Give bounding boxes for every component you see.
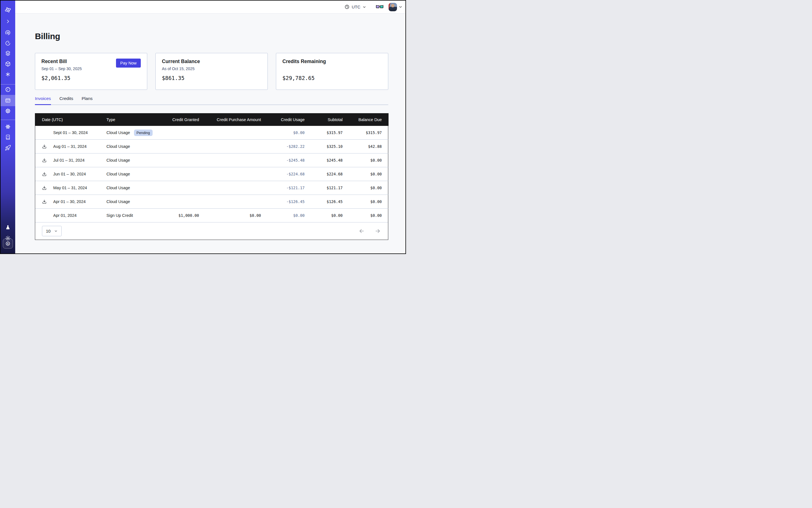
invoice-type: Cloud Usage xyxy=(106,185,130,190)
invoice-type: Cloud Usage xyxy=(106,130,130,135)
billing-page: Billing Recent Bill Sep 01 – Sep 30, 202… xyxy=(15,13,405,253)
card-subtitle xyxy=(283,67,382,72)
balance-due-value: $42.88 xyxy=(345,140,389,154)
credit-purchase-amount-value xyxy=(201,140,263,154)
asterisk-icon[interactable] xyxy=(1,69,15,80)
gauge-icon[interactable] xyxy=(1,84,15,95)
current-balance-card: Current Balance As of Oct 15, 2025 $861.… xyxy=(156,53,268,90)
orbit-logo-icon[interactable] xyxy=(1,4,15,15)
layers-icon[interactable] xyxy=(1,48,15,59)
balance-due-value: $0.00 xyxy=(345,167,389,181)
invoice-period: Jul 01 – 31, 2024 xyxy=(53,158,84,163)
invoice-period: Aug 01 – 31, 2024 xyxy=(53,144,87,149)
recent-bill-amount: $2,061.35 xyxy=(41,75,141,81)
timer-icon[interactable] xyxy=(1,37,15,49)
subtotal-value: $325.10 xyxy=(307,140,345,154)
table-row: Apr 01, 2024 Sign Up Credit $1,000.00 $0… xyxy=(35,209,389,222)
chevron-down-icon xyxy=(398,5,402,9)
subtotal-value: $126.45 xyxy=(307,195,345,209)
download-invoice-button[interactable] xyxy=(42,144,52,149)
tab-credits[interactable]: Credits xyxy=(59,96,73,105)
col-type: Type xyxy=(103,113,159,126)
download-invoice-button[interactable] xyxy=(42,158,52,163)
summary-cards: Recent Bill Sep 01 – Sep 30, 2025 $2,061… xyxy=(35,53,388,90)
sidebar-divider xyxy=(1,120,15,120)
billing-tabs: Invoices Credits Plans xyxy=(35,96,388,105)
invoices-table: Date (UTC) Type Credit Granted Credit Pu… xyxy=(35,113,388,240)
table-row: Sept 01 – 30, 2024 Cloud Usage Pending $… xyxy=(35,126,389,140)
col-credit-usage: Credit Usage xyxy=(263,113,307,126)
next-page-button[interactable] xyxy=(375,228,381,234)
sidebar: $ xyxy=(1,1,15,253)
tab-invoices[interactable]: Invoices xyxy=(35,96,51,105)
credits-remaining-amount: $29,782.65 xyxy=(283,75,382,81)
gear-icon[interactable] xyxy=(1,105,15,117)
invoice-table-body: Sept 01 – 30, 2024 Cloud Usage Pending $… xyxy=(35,126,389,222)
table-row: Apr 01 – 30, 2024 Cloud Usage -$126.45 $… xyxy=(35,195,389,209)
download-invoice-button[interactable] xyxy=(42,171,52,177)
credit-usage-value: -$121.17 xyxy=(263,181,307,195)
pay-now-button[interactable]: Pay Now xyxy=(116,58,141,68)
balance-due-value: $0.00 xyxy=(345,181,389,195)
table-row: Jun 01 – 30, 2024 Cloud Usage -$224.68 $… xyxy=(35,167,389,181)
col-date: Date (UTC) xyxy=(35,113,103,126)
col-subtotal: Subtotal xyxy=(307,113,345,126)
credit-granted-value xyxy=(159,154,201,167)
chevron-down-icon xyxy=(362,5,366,9)
subtotal-value: $0.00 xyxy=(307,209,345,222)
credits-button[interactable]: $ xyxy=(1,238,15,249)
credit-usage-value: -$245.48 xyxy=(263,154,307,167)
dollar-badge-icon: $ xyxy=(3,239,13,249)
invoice-type: Cloud Usage xyxy=(106,144,130,149)
spiral-eye-icon[interactable] xyxy=(1,27,15,38)
credits-remaining-card: Credits Remaining $29,782.65 xyxy=(276,53,388,90)
invoice-period: Jun 01 – 30, 2024 xyxy=(53,172,86,176)
helm-icon[interactable] xyxy=(1,121,15,132)
credit-usage-value: $0.00 xyxy=(263,209,307,222)
page-size-value: 10 xyxy=(46,229,51,234)
card-subtitle: As of Oct 15, 2025 xyxy=(162,67,261,72)
col-credit-purchase-amount: Credit Purchase Amount xyxy=(201,113,263,126)
subtotal-value: $121.17 xyxy=(307,181,345,195)
download-invoice-button[interactable] xyxy=(42,185,52,190)
balance-due-value: $0.00 xyxy=(345,209,389,222)
credit-purchase-amount-value xyxy=(201,167,263,181)
app-window: $ UTC xyxy=(1,1,405,253)
credit-purchase-amount-value xyxy=(201,126,263,140)
credit-usage-value: $0.00 xyxy=(263,126,307,140)
balance-due-value: $0.00 xyxy=(345,195,389,209)
invoice-period: Sept 01 – 30, 2024 xyxy=(53,130,88,135)
status-badge: Pending xyxy=(134,130,153,136)
subtotal-value: $245.48 xyxy=(307,154,345,167)
glasses-icon[interactable] xyxy=(376,4,383,9)
invoice-type: Cloud Usage xyxy=(106,158,130,163)
page-title: Billing xyxy=(35,31,405,42)
clock-icon xyxy=(344,4,350,9)
billing-card-icon[interactable] xyxy=(1,95,15,106)
page-size-select[interactable]: 10 xyxy=(42,226,62,236)
account-menu[interactable] xyxy=(389,3,402,11)
balance-due-value: $0.00 xyxy=(345,154,389,167)
card-title: Credits Remaining xyxy=(283,58,382,65)
avatar xyxy=(389,3,397,11)
credit-purchase-amount-value: $0.00 xyxy=(201,209,263,222)
rocket-icon[interactable] xyxy=(1,142,15,154)
tab-plans[interactable]: Plans xyxy=(82,96,93,105)
credit-purchase-amount-value xyxy=(201,195,263,209)
chevron-right-icon[interactable] xyxy=(1,16,15,27)
credit-usage-value: -$282.22 xyxy=(263,140,307,154)
book-sparkle-icon[interactable] xyxy=(1,131,15,143)
invoice-type: Cloud Usage xyxy=(106,172,130,176)
flask-icon[interactable] xyxy=(1,222,15,233)
timezone-selector[interactable]: UTC xyxy=(344,4,366,9)
credit-granted-value xyxy=(159,140,201,154)
cube-icon[interactable] xyxy=(1,58,15,70)
credit-granted-value xyxy=(159,195,201,209)
previous-page-button[interactable] xyxy=(359,228,365,234)
subtotal-value: $224.68 xyxy=(307,167,345,181)
pagination-arrows xyxy=(359,228,381,234)
download-invoice-button[interactable] xyxy=(42,199,52,204)
credit-usage-value: -$224.68 xyxy=(263,167,307,181)
invoice-period: Apr 01 – 30, 2024 xyxy=(53,199,86,204)
subtotal-value: $315.97 xyxy=(307,126,345,140)
